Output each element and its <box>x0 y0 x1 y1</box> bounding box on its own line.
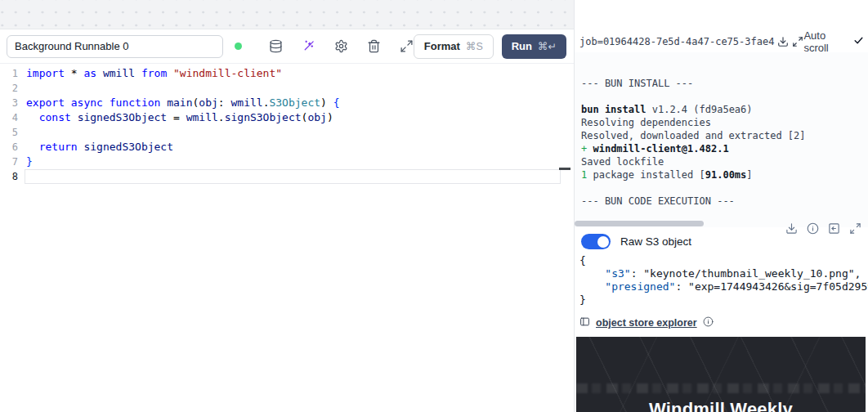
format-label: Format <box>424 40 460 52</box>
cache-database-button[interactable] <box>269 39 283 53</box>
expand-editor-button[interactable] <box>400 39 414 53</box>
line-number: 8 <box>0 169 18 184</box>
code-line: const signedS3Object = wmill.signS3Objec… <box>26 110 559 125</box>
overview-ruler-cursor-mark <box>559 168 570 170</box>
run-button[interactable]: Run ⌘↵ <box>502 34 566 59</box>
log-line <box>581 181 859 195</box>
result-toolbar <box>785 222 861 235</box>
log-line: bun install v1.2.4 (fd9a5ea6) <box>581 103 859 116</box>
json-line: "s3": "keynote/thumbnail_weekly_10.png", <box>579 267 868 280</box>
check-icon <box>853 35 864 48</box>
format-shortcut: ⌘S <box>466 40 483 52</box>
auto-scroll-toggle[interactable]: Auto scroll <box>803 29 864 54</box>
code-line: import * as wmill from "windmill-client" <box>26 66 559 81</box>
json-line: "presigned": "exp=1744943426&sig=7f05d29… <box>579 280 868 293</box>
download-logs-button[interactable] <box>777 36 789 47</box>
open-result-drawer-button[interactable] <box>828 222 840 235</box>
code-line: return signedS3Object <box>26 140 559 154</box>
gear-icon <box>334 39 348 53</box>
run-label: Run <box>512 40 532 52</box>
preview-faint-text-band <box>576 383 866 393</box>
download-result-button[interactable] <box>785 222 798 235</box>
job-log-output: --- BUN INSTALL --- bun install v1.2.4 (… <box>575 52 868 227</box>
s3-image-preview: Windmill Weekly <box>576 337 866 412</box>
panel-open-icon <box>828 222 840 235</box>
status-dot <box>235 43 242 50</box>
toolbar-icons <box>250 39 414 53</box>
code-lines: import * as wmill from "windmill-client"… <box>26 66 559 184</box>
line-number: 6 <box>0 140 18 154</box>
expand-result-button[interactable] <box>849 222 861 235</box>
code-editor[interactable]: 12345678 import * as wmill from "windmil… <box>0 65 574 412</box>
result-info-button[interactable] <box>807 222 819 235</box>
line-number: 5 <box>0 125 18 140</box>
app-canvas-grid[interactable] <box>0 0 574 29</box>
magic-wand-icon <box>302 39 315 53</box>
line-number: 4 <box>0 110 18 125</box>
download-icon <box>785 222 798 235</box>
log-line <box>581 90 859 103</box>
run-shortcut: ⌘↵ <box>538 40 557 52</box>
runnable-name-input[interactable] <box>7 35 223 58</box>
auto-scroll-label: Auto scroll <box>803 29 847 54</box>
job-result-panel: job=01964428-7e5d-4a47-ce75-3fae4 Auto s… <box>574 0 868 412</box>
object-store-row: object store explorer <box>579 316 714 330</box>
line-number: 2 <box>0 81 18 96</box>
database-icon <box>269 39 283 53</box>
raw-s3-toggle[interactable] <box>581 234 611 249</box>
expand-icon <box>849 222 861 235</box>
panel-left-icon <box>579 316 590 330</box>
line-number: 3 <box>0 96 18 110</box>
delete-button[interactable] <box>367 39 381 53</box>
job-bar: job=01964428-7e5d-4a47-ce75-3fae4 Auto s… <box>575 31 868 52</box>
diagonal-expand-icon <box>400 39 414 53</box>
job-id: job=01964428-7e5d-4a47-ce75-3fae4 <box>579 36 774 47</box>
expand-icon <box>792 36 803 47</box>
preview-title: Windmill Weekly <box>576 399 866 412</box>
script-editor-panel: Format ⌘S Run ⌘↵ 12345678 import * as wm… <box>0 29 574 412</box>
code-line: } <box>26 154 559 169</box>
code-line <box>26 125 559 140</box>
line-number: 1 <box>0 66 18 81</box>
object-store-explorer-link[interactable]: object store explorer <box>596 317 697 329</box>
trash-icon <box>367 39 381 53</box>
json-line: { <box>579 254 868 267</box>
log-line: --- BUN CODE EXECUTION --- <box>581 195 859 208</box>
log-line: Saved lockfile <box>581 155 859 168</box>
download-icon <box>777 36 789 47</box>
line-number: 7 <box>0 154 18 169</box>
log-line: --- BUN INSTALL --- <box>581 77 859 90</box>
info-icon[interactable] <box>703 316 714 330</box>
ai-assist-button[interactable] <box>302 39 315 53</box>
toggle-knob <box>597 236 609 248</box>
code-line <box>26 81 559 96</box>
log-line: Resolved, downloaded and extracted [2] <box>581 129 859 142</box>
code-line: export async function main(obj: wmill.S3… <box>26 96 559 110</box>
log-line: 1 package installed [91.00ms] <box>581 168 859 181</box>
log-horizontal-scrollbar[interactable] <box>575 221 704 226</box>
expand-logs-button[interactable] <box>792 36 803 47</box>
log-line: + windmill-client@1.482.1 <box>581 142 859 155</box>
settings-button[interactable] <box>334 39 348 53</box>
info-icon <box>807 222 819 235</box>
format-button[interactable]: Format ⌘S <box>414 34 494 59</box>
log-line: Resolving dependencies <box>581 116 859 129</box>
result-json-viewer: { "s3": "keynote/thumbnail_weekly_10.png… <box>579 254 868 307</box>
line-number-gutter: 12345678 <box>0 66 18 184</box>
raw-s3-toggle-label: Raw S3 object <box>620 235 691 248</box>
code-line <box>26 169 559 184</box>
json-line: } <box>579 293 868 307</box>
raw-s3-toggle-row: Raw S3 object <box>581 234 691 249</box>
editor-toolbar: Format ⌘S Run ⌘↵ <box>0 29 574 64</box>
